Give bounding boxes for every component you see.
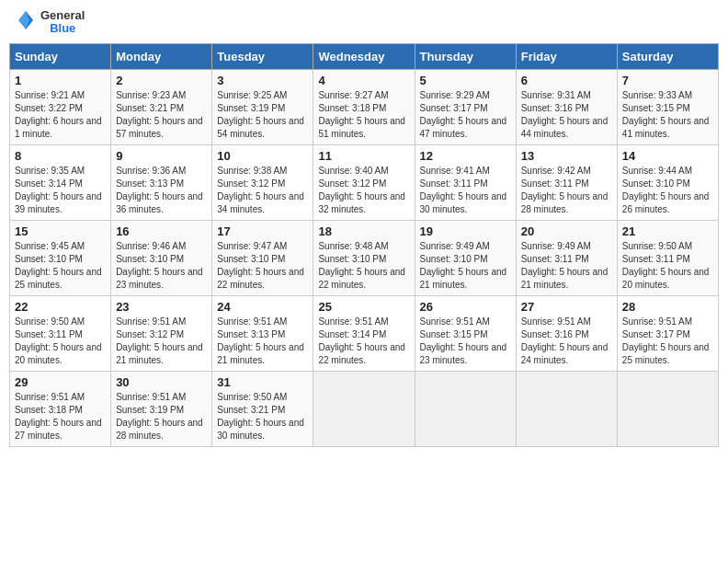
day-info: Sunrise: 9:51 AMSunset: 3:15 PMDaylight:… (420, 316, 507, 365)
day-number: 22 (15, 300, 106, 314)
logo: General Blue (13, 9, 85, 36)
day-number: 1 (15, 74, 106, 87)
header-friday: Friday (516, 43, 617, 69)
day-number: 21 (622, 224, 713, 238)
cell-6: 6 Sunrise: 9:31 AMSunset: 3:16 PMDayligh… (516, 69, 617, 144)
header-monday: Monday (111, 43, 212, 69)
cell-15: 15 Sunrise: 9:45 AMSunset: 3:10 PMDaylig… (10, 220, 111, 295)
day-info: Sunrise: 9:27 AMSunset: 3:18 PMDaylight:… (318, 90, 405, 139)
cell-14: 14 Sunrise: 9:44 AMSunset: 3:10 PMDaylig… (617, 144, 718, 220)
cell-27: 27 Sunrise: 9:51 AMSunset: 3:16 PMDaylig… (516, 295, 617, 371)
cell-3: 3 Sunrise: 9:25 AMSunset: 3:19 PMDayligh… (212, 69, 313, 144)
header: General Blue (9, 9, 719, 36)
day-number: 20 (521, 224, 612, 238)
cell-29: 29 Sunrise: 9:51 AMSunset: 3:18 PMDaylig… (10, 371, 111, 446)
day-info: Sunrise: 9:33 AMSunset: 3:15 PMDaylight:… (622, 90, 710, 139)
day-number: 3 (217, 74, 308, 87)
day-number: 8 (15, 149, 106, 163)
day-info: Sunrise: 9:51 AMSunset: 3:16 PMDaylight:… (521, 316, 609, 365)
day-info: Sunrise: 9:51 AMSunset: 3:17 PMDaylight:… (622, 316, 710, 365)
cell-18: 18 Sunrise: 9:48 AMSunset: 3:10 PMDaylig… (313, 220, 415, 295)
week-row-3: 15 Sunrise: 9:45 AMSunset: 3:10 PMDaylig… (10, 220, 719, 295)
day-info: Sunrise: 9:49 AMSunset: 3:10 PMDaylight:… (420, 241, 507, 290)
day-info: Sunrise: 9:42 AMSunset: 3:11 PMDaylight:… (521, 166, 609, 214)
header-thursday: Thursday (415, 43, 516, 69)
day-info: Sunrise: 9:45 AMSunset: 3:10 PMDaylight:… (15, 241, 102, 290)
day-number: 26 (420, 300, 511, 314)
cell-7: 7 Sunrise: 9:33 AMSunset: 3:15 PMDayligh… (617, 69, 718, 144)
day-info: Sunrise: 9:44 AMSunset: 3:10 PMDaylight:… (622, 166, 710, 214)
cell-empty (516, 371, 617, 446)
day-number: 14 (622, 149, 713, 163)
logo-bird-icon (13, 9, 39, 35)
day-number: 19 (420, 224, 511, 238)
day-number: 28 (622, 300, 713, 314)
cell-1: 1 Sunrise: 9:21 AMSunset: 3:22 PMDayligh… (10, 69, 111, 144)
cell-25: 25 Sunrise: 9:51 AMSunset: 3:14 PMDaylig… (313, 295, 415, 371)
cell-22: 22 Sunrise: 9:50 AMSunset: 3:11 PMDaylig… (10, 295, 111, 371)
day-info: Sunrise: 9:31 AMSunset: 3:16 PMDaylight:… (521, 90, 609, 139)
day-number: 9 (116, 149, 207, 163)
day-info: Sunrise: 9:51 AMSunset: 3:18 PMDaylight:… (15, 392, 102, 441)
day-number: 30 (116, 375, 207, 389)
cell-empty (415, 371, 516, 446)
header-saturday: Saturday (617, 43, 718, 69)
day-info: Sunrise: 9:46 AMSunset: 3:10 PMDaylight:… (116, 241, 203, 290)
cell-30: 30 Sunrise: 9:51 AMSunset: 3:19 PMDaylig… (111, 371, 212, 446)
day-number: 6 (521, 74, 612, 87)
day-info: Sunrise: 9:51 AMSunset: 3:19 PMDaylight:… (116, 392, 203, 441)
day-number: 18 (318, 224, 409, 238)
cell-5: 5 Sunrise: 9:29 AMSunset: 3:17 PMDayligh… (415, 69, 516, 144)
week-row-4: 22 Sunrise: 9:50 AMSunset: 3:11 PMDaylig… (10, 295, 719, 371)
cell-empty (617, 371, 718, 446)
cell-21: 21 Sunrise: 9:50 AMSunset: 3:11 PMDaylig… (617, 220, 718, 295)
logo-blue-text: Blue (40, 22, 85, 35)
cell-empty (313, 371, 415, 446)
week-row-5: 29 Sunrise: 9:51 AMSunset: 3:18 PMDaylig… (10, 371, 719, 446)
day-info: Sunrise: 9:36 AMSunset: 3:13 PMDaylight:… (116, 166, 203, 214)
day-number: 5 (420, 74, 511, 87)
cell-9: 9 Sunrise: 9:36 AMSunset: 3:13 PMDayligh… (111, 144, 212, 220)
day-info: Sunrise: 9:41 AMSunset: 3:11 PMDaylight:… (420, 166, 507, 214)
cell-23: 23 Sunrise: 9:51 AMSunset: 3:12 PMDaylig… (111, 295, 212, 371)
day-number: 17 (217, 224, 308, 238)
day-info: Sunrise: 9:38 AMSunset: 3:12 PMDaylight:… (217, 166, 304, 214)
day-number: 4 (318, 74, 409, 87)
day-info: Sunrise: 9:47 AMSunset: 3:10 PMDaylight:… (217, 241, 304, 290)
day-info: Sunrise: 9:51 AMSunset: 3:14 PMDaylight:… (318, 316, 405, 365)
day-info: Sunrise: 9:29 AMSunset: 3:17 PMDaylight:… (420, 90, 507, 139)
week-row-1: 1 Sunrise: 9:21 AMSunset: 3:22 PMDayligh… (10, 69, 719, 144)
day-info: Sunrise: 9:50 AMSunset: 3:21 PMDaylight:… (217, 392, 304, 441)
cell-10: 10 Sunrise: 9:38 AMSunset: 3:12 PMDaylig… (212, 144, 313, 220)
calendar-table: Sunday Monday Tuesday Wednesday Thursday… (9, 43, 719, 447)
day-number: 13 (521, 149, 612, 163)
cell-19: 19 Sunrise: 9:49 AMSunset: 3:10 PMDaylig… (415, 220, 516, 295)
day-number: 29 (15, 375, 106, 389)
cell-26: 26 Sunrise: 9:51 AMSunset: 3:15 PMDaylig… (415, 295, 516, 371)
cell-12: 12 Sunrise: 9:41 AMSunset: 3:11 PMDaylig… (415, 144, 516, 220)
cell-8: 8 Sunrise: 9:35 AMSunset: 3:14 PMDayligh… (10, 144, 111, 220)
cell-4: 4 Sunrise: 9:27 AMSunset: 3:18 PMDayligh… (313, 69, 415, 144)
day-number: 11 (318, 149, 409, 163)
day-info: Sunrise: 9:25 AMSunset: 3:19 PMDaylight:… (217, 90, 304, 139)
day-number: 24 (217, 300, 308, 314)
day-number: 7 (622, 74, 713, 87)
header-sunday: Sunday (10, 43, 111, 69)
day-number: 27 (521, 300, 612, 314)
day-info: Sunrise: 9:48 AMSunset: 3:10 PMDaylight:… (318, 241, 405, 290)
day-number: 10 (217, 149, 308, 163)
cell-2: 2 Sunrise: 9:23 AMSunset: 3:21 PMDayligh… (111, 69, 212, 144)
header-wednesday: Wednesday (313, 43, 415, 69)
day-info: Sunrise: 9:49 AMSunset: 3:11 PMDaylight:… (521, 241, 609, 290)
day-info: Sunrise: 9:21 AMSunset: 3:22 PMDaylight:… (15, 90, 102, 139)
day-number: 25 (318, 300, 409, 314)
header-tuesday: Tuesday (212, 43, 313, 69)
day-info: Sunrise: 9:51 AMSunset: 3:13 PMDaylight:… (217, 316, 304, 365)
cell-28: 28 Sunrise: 9:51 AMSunset: 3:17 PMDaylig… (617, 295, 718, 371)
day-info: Sunrise: 9:51 AMSunset: 3:12 PMDaylight:… (116, 316, 203, 365)
cell-11: 11 Sunrise: 9:40 AMSunset: 3:12 PMDaylig… (313, 144, 415, 220)
week-row-2: 8 Sunrise: 9:35 AMSunset: 3:14 PMDayligh… (10, 144, 719, 220)
cell-13: 13 Sunrise: 9:42 AMSunset: 3:11 PMDaylig… (516, 144, 617, 220)
day-info: Sunrise: 9:50 AMSunset: 3:11 PMDaylight:… (622, 241, 710, 290)
day-number: 23 (116, 300, 207, 314)
